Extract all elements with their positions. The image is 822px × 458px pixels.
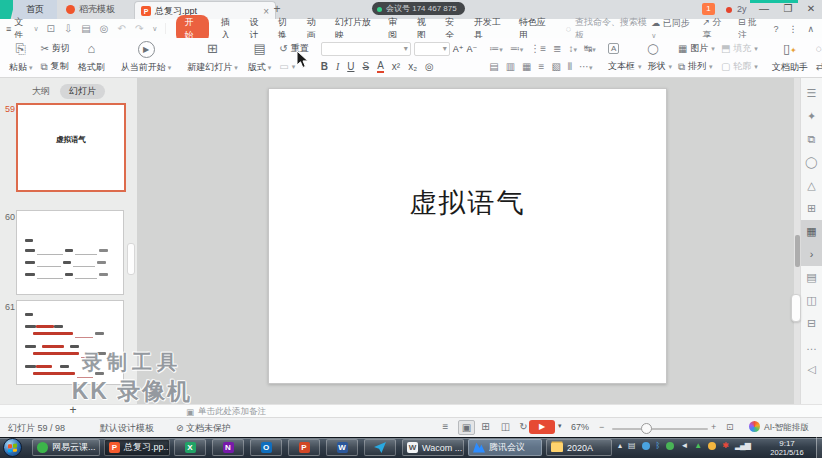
tab-docer-templates[interactable]: 稻壳模板 [60,0,138,19]
slide-title-text[interactable]: 虚拟语气 [269,185,666,221]
zoom-in-button[interactable]: + [711,422,716,432]
picture-button[interactable]: ▦图片▾ [678,42,715,55]
replace-button[interactable]: ⇄替换▾ [816,60,822,73]
slide-canvas[interactable]: 虚拟语气 [268,88,667,384]
slide-sorter-button[interactable]: ⊞ [478,420,493,433]
zoom-slider-track[interactable] [612,428,708,430]
superscript-button[interactable]: x² [392,61,400,72]
subscript-button[interactable]: x₂ [408,61,417,72]
canvas-scrollbar-thumb[interactable] [795,235,800,267]
update-icon[interactable] [708,442,716,450]
paragraph-more-icon[interactable]: ⋯▾ [579,61,593,72]
shrink-font-button[interactable]: A⁻ [466,44,477,54]
panel-more-icon[interactable]: … [801,335,822,358]
design-template-label[interactable]: 默认设计模板 [100,422,154,435]
signal-bars-icon[interactable]: ▂▄▆ [735,441,750,450]
taskbar-onenote[interactable]: N [212,439,244,456]
panel-align-icon[interactable]: △ [801,174,822,197]
bluetooth-icon[interactable]: ᛒ [656,441,661,450]
normal-view-button[interactable]: ▣ [458,420,475,435]
undo-icon[interactable]: ↶ [117,23,125,34]
panel-objects-icon[interactable]: ⧉ [801,128,822,151]
layout-button[interactable]: ▤ 版式 ▾ [243,38,276,77]
tab-outline[interactable]: 大纲 [32,85,50,98]
ai-layout-icon[interactable] [749,421,760,432]
zoom-slider-knob[interactable] [641,423,652,434]
shield-icon[interactable]: ▲ [694,441,702,450]
columns-icon[interactable]: ⫴ [568,61,572,73]
collapse-ribbon-icon[interactable]: ∧ [807,24,814,34]
copy-button[interactable]: ⧉复制 [40,60,69,73]
arrange-button[interactable]: ⧉排列▾ [678,60,715,73]
zoom-out-button[interactable]: − [599,422,604,432]
panel-notes-icon[interactable]: ⊟ [801,312,822,335]
panel-grid-icon[interactable]: ⊞ [801,197,822,220]
ime-icon[interactable]: ▤ [628,441,636,450]
taskbar-tencent-meeting[interactable]: 腾讯会议 [468,439,542,456]
format-painter-button[interactable]: ⌂ 格式刷 [73,38,110,77]
indent-increase-icon[interactable]: ≣ [553,43,561,54]
align-right-icon[interactable]: ▦ [522,61,531,72]
underline-button[interactable]: U [347,61,354,72]
sidebar-scrollbar[interactable] [127,243,135,275]
network-icon[interactable] [642,442,650,450]
fit-to-window-icon[interactable]: ⊡ [726,422,734,432]
ai-layout-label[interactable]: AI-智能排版 [764,422,809,434]
textbox-icon[interactable]: A [608,42,642,55]
panel-image-icon[interactable]: ▤ [801,266,822,289]
play-options-chevron[interactable]: ▾ [558,422,562,430]
textbox-button[interactable]: 文本框▾ [608,60,642,73]
print-icon[interactable]: ▤ [81,23,90,34]
taskbar-clock[interactable]: 9:17 2021/5/16 [764,439,810,457]
volume-icon[interactable]: ◄ [680,441,688,450]
show-desktop-button[interactable] [816,437,822,458]
restore-button[interactable]: ❐ [780,2,796,16]
distribute-icon[interactable]: ▧ [551,61,560,72]
taskbar-folder-task[interactable]: 2020A [546,439,612,456]
panel-gallery-icon[interactable]: ▦ [801,220,822,243]
slide-thumbnail-59[interactable]: 虚拟语气 [16,103,126,192]
italic-button[interactable]: I [336,61,339,72]
font-family-input[interactable] [321,42,411,56]
play-from-current-button[interactable]: ▶ 从当前开始 ▾ [116,38,176,77]
close-button[interactable]: ✕ [803,2,819,16]
print-preview-icon[interactable]: ◎ [100,23,109,34]
indent-decrease-icon[interactable]: ⋮≡ [530,43,546,54]
numbering-icon[interactable]: ≕▾ [510,43,524,54]
wacom-tray-icon[interactable]: ✱ [722,441,729,450]
grow-font-button[interactable]: A⁺ [453,44,464,54]
zoom-level[interactable]: 67% [571,422,589,432]
tab-slides[interactable]: 幻灯片 [60,84,105,99]
taskbar-word[interactable]: W [326,439,358,456]
doc-assistant-button[interactable]: ▯✦ 文档助手 [767,38,813,77]
align-left-icon[interactable]: ▤ [489,61,498,72]
bullets-icon[interactable]: ≔▾ [489,43,503,54]
text-direction-icon[interactable]: ↹▾ [584,43,596,54]
bold-button[interactable]: B [321,61,328,72]
notes-toggle-icon[interactable]: ≡ [438,420,453,433]
help-button[interactable]: ? [773,24,778,34]
taskbar-mail-app[interactable] [364,439,396,456]
slide-thumbnail-60[interactable] [16,210,124,295]
qat-chevron-icon[interactable]: ∨ [152,25,157,33]
document-protection[interactable]: ⊘ 文档未保护 [176,422,231,435]
minimize-button[interactable]: — [756,2,772,16]
start-button[interactable] [3,438,22,457]
panel-effects-icon[interactable]: ✦ [801,105,822,128]
panel-speaker-icon[interactable]: ◁ [801,358,822,381]
antivirus-icon[interactable] [666,442,674,450]
highlight-button[interactable]: ◎ [425,61,434,72]
panel-collapse-icon[interactable]: › [801,243,822,266]
taskbar-excel[interactable]: X [174,439,206,456]
save-icon[interactable]: ⊡ [47,23,55,34]
sync-status[interactable]: ☁ 已同步 ∨ [651,17,692,40]
taskbar-wps-task[interactable]: P 总复习.pp... [104,439,170,456]
new-slide-button[interactable]: ⊞ 新建幻灯片 ▾ [182,38,242,77]
shape-circle-icon[interactable]: ◯ [647,42,672,55]
cut-button[interactable]: ✂剪切 [40,42,69,55]
panel-shape-icon[interactable]: ◯ [801,151,822,174]
justify-icon[interactable]: ≡ [539,61,545,72]
taskbar-outlook[interactable]: O [250,439,282,456]
font-size-input[interactable] [414,42,450,56]
panel-properties-icon[interactable]: ☰ [801,82,822,105]
